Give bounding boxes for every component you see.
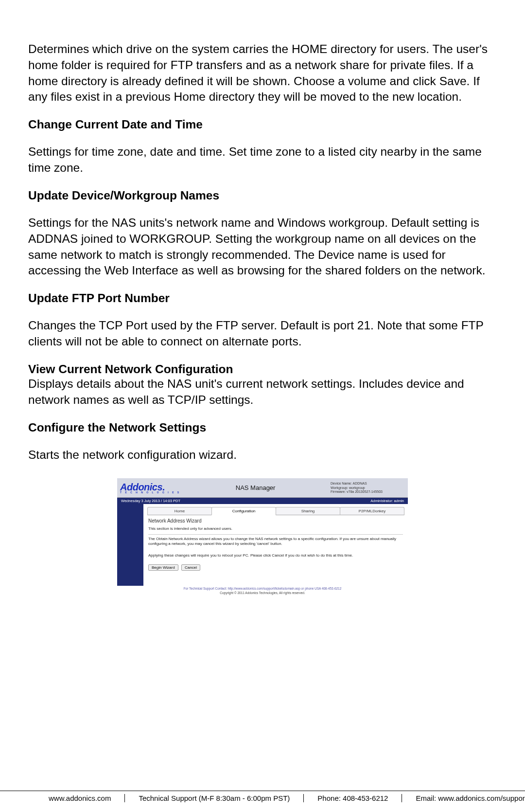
nas-footer-support: For Technical Support Contact: http://ww… xyxy=(117,587,408,591)
wizard-buttons: Begin Wizard Cancel xyxy=(148,562,404,571)
footer-site: www.addonics.com xyxy=(0,794,125,802)
cancel-button[interactable]: Cancel xyxy=(181,564,200,571)
tab-sharing[interactable]: Sharing xyxy=(276,507,340,515)
nas-footer-copyright: Copyright © 2011 Addonics Technologies, … xyxy=(117,591,408,595)
info-firmware: Firmware: v78a 20130527-145503 xyxy=(331,490,403,494)
paragraph-workgroup: Settings for the NAS units's network nam… xyxy=(28,215,497,279)
heading-date-time: Change Current Date and Time xyxy=(28,118,497,131)
status-admin: Administrator: admin xyxy=(370,499,404,503)
nas-sidebar xyxy=(117,504,143,586)
wizard-title: Network Address Wizard xyxy=(148,518,404,523)
info-workgroup: Workgroup: workgroup xyxy=(331,486,403,490)
nas-title: NAS Manager xyxy=(183,484,328,491)
logo-subtext: T E C H N O L O G I E S xyxy=(120,491,180,493)
divider xyxy=(148,534,403,535)
nas-header: Addonics. T E C H N O L O G I E S NAS Ma… xyxy=(117,478,408,498)
paragraph-view-network: Displays details about the NAS unit's cu… xyxy=(28,376,497,408)
nas-tabs: Home Configuration Sharing P2P/MLDonkey xyxy=(147,507,404,515)
wizard-intro: This section is intended only for advanc… xyxy=(148,526,403,531)
info-device-name: Device Name: ADDNAS xyxy=(331,482,403,486)
nas-footer: For Technical Support Contact: http://ww… xyxy=(117,586,408,595)
nas-status-bar: Wednesday 3 July 2013 / 14:03 PDT Admini… xyxy=(117,498,408,504)
nas-manager-screenshot: Addonics. T E C H N O L O G I E S NAS Ma… xyxy=(117,478,408,595)
heading-ftp-port: Update FTP Port Number xyxy=(28,291,497,305)
intro-paragraph: Determines which drive on the system car… xyxy=(28,41,497,105)
paragraph-date-time: Settings for time zone, date and time. S… xyxy=(28,144,497,176)
addonics-logo: Addonics. T E C H N O L O G I E S xyxy=(117,481,183,494)
nas-device-info: Device Name: ADDNAS Workgroup: workgroup… xyxy=(328,480,408,496)
tab-p2p[interactable]: P2P/MLDonkey xyxy=(340,507,404,515)
footer-email: Email: www.addonics.com/support/query/ xyxy=(402,794,525,802)
document-content: Determines which drive on the system car… xyxy=(0,0,525,595)
wizard-warning: Applying these changes will require you … xyxy=(148,553,403,558)
heading-workgroup: Update Device/Workgroup Names xyxy=(28,189,497,202)
page-footer: www.addonics.com Technical Support (M-F … xyxy=(0,791,525,802)
heading-configure-network: Configure the Network Settings xyxy=(28,421,497,434)
begin-wizard-button[interactable]: Begin Wizard xyxy=(148,564,178,571)
nas-body: Home Configuration Sharing P2P/MLDonkey … xyxy=(117,504,408,586)
paragraph-configure-network: Starts the network configuration wizard. xyxy=(28,447,497,463)
heading-view-network: View Current Network Configuration xyxy=(28,362,497,376)
wizard-description: The Obtain Network Address wizard allows… xyxy=(148,537,403,546)
tab-home[interactable]: Home xyxy=(147,507,212,515)
status-datetime: Wednesday 3 July 2013 / 14:03 PDT xyxy=(121,499,180,503)
tab-configuration[interactable]: Configuration xyxy=(211,507,276,515)
footer-support-hours: Technical Support (M-F 8:30am - 6:00pm P… xyxy=(125,794,304,802)
paragraph-ftp-port: Changes the TCP Port used by the FTP ser… xyxy=(28,318,497,350)
nas-main-panel: Home Configuration Sharing P2P/MLDonkey … xyxy=(143,504,408,586)
footer-phone: Phone: 408-453-6212 xyxy=(304,794,402,802)
